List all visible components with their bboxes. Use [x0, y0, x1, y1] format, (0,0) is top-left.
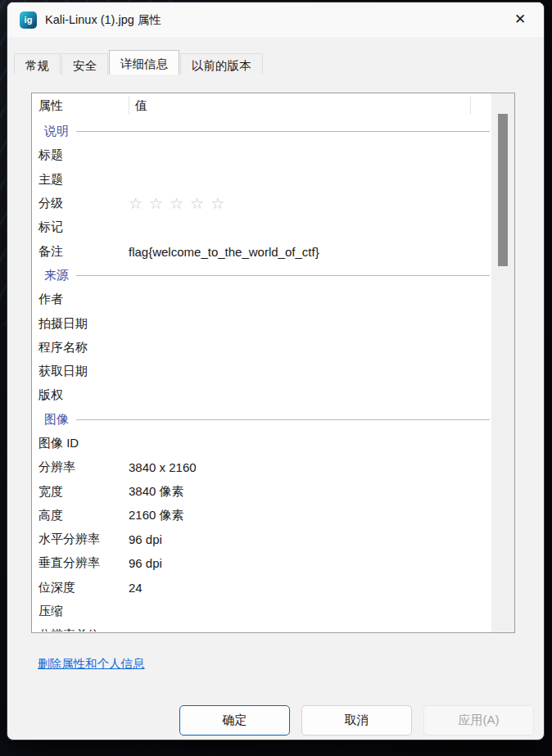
property-name: 位深度 — [32, 580, 129, 595]
vertical-scrollbar[interactable] — [491, 93, 514, 632]
column-header-value[interactable]: 值 — [135, 93, 147, 118]
property-row[interactable]: 高度2160 像素 — [32, 504, 491, 527]
property-row[interactable]: 标记 — [32, 215, 491, 239]
tab-3[interactable]: 以前的版本 — [180, 53, 263, 75]
section-divider-line — [76, 131, 490, 132]
property-name: 程序名称 — [32, 340, 129, 355]
property-row[interactable]: 水平分辨率96 dpi — [32, 527, 491, 551]
property-name: 主题 — [32, 172, 129, 188]
ok-button[interactable]: 确定 — [179, 705, 290, 736]
remove-properties-link[interactable]: 删除属性和个人信息 — [38, 656, 145, 672]
section-label: 说明 — [32, 124, 69, 139]
property-value[interactable]: 96 dpi — [129, 532, 491, 546]
property-row[interactable]: 宽度3840 像素 — [32, 479, 491, 503]
property-row[interactable]: 图像 ID — [32, 432, 491, 455]
property-value[interactable]: ☆☆☆☆☆ — [129, 196, 491, 211]
scrollbar-thumb[interactable] — [498, 114, 508, 266]
property-name: 标记 — [32, 220, 129, 235]
property-name: 获取日期 — [32, 364, 129, 379]
property-row[interactable]: 压缩 — [32, 600, 491, 623]
section-divider-line — [76, 275, 490, 276]
property-name: 分级 — [32, 196, 129, 211]
property-row[interactable]: 标题 — [32, 143, 491, 167]
property-name: 拍摄日期 — [32, 316, 129, 332]
property-name: 垂直分辨率 — [32, 555, 129, 571]
section-label: 来源 — [32, 268, 69, 283]
property-row[interactable]: 分辨率3840 x 2160 — [32, 455, 491, 479]
section-header-row: 图像 — [32, 408, 491, 432]
column-header-property[interactable]: 属性 — [38, 93, 63, 118]
section-header-row: 来源 — [32, 264, 491, 287]
property-name: 版权 — [32, 387, 129, 403]
property-name: 宽度 — [32, 484, 129, 500]
property-name: 标题 — [32, 147, 129, 163]
properties-dialog: ig Kali-Linux (1).jpg 属性 ✕ 常规安全详细信息以前的版本… — [7, 2, 545, 740]
property-value[interactable]: 3840 x 2160 — [129, 460, 491, 474]
property-value[interactable]: 2160 像素 — [129, 508, 491, 523]
rating-stars-icon[interactable]: ☆☆☆☆☆ — [129, 195, 231, 212]
dialog-buttons: 确定 取消 应用(A) — [179, 705, 534, 736]
column-divider[interactable] — [470, 97, 471, 115]
section-label: 图像 — [32, 412, 69, 428]
section-divider-line — [76, 419, 490, 420]
property-row[interactable]: 主题 — [32, 168, 491, 192]
property-row[interactable]: 版权 — [32, 383, 491, 407]
tab-1[interactable]: 安全 — [61, 53, 108, 75]
cancel-button[interactable]: 取消 — [301, 705, 412, 736]
apply-button: 应用(A) — [423, 705, 534, 736]
property-name: 作者 — [32, 292, 129, 307]
property-row[interactable]: 备注flag{welcome_to_the_world_of_ctf} — [32, 239, 491, 263]
property-name: 压缩 — [32, 604, 129, 619]
property-rows: 说明标题主题分级☆☆☆☆☆标记备注flag{welcome_to_the_wor… — [32, 120, 491, 632]
section-header-row: 说明 — [32, 120, 491, 143]
window-title: Kali-Linux (1).jpg 属性 — [45, 12, 161, 28]
property-row[interactable]: 垂直分辨率96 dpi — [32, 551, 491, 575]
titlebar: ig Kali-Linux (1).jpg 属性 ✕ — [7, 2, 544, 37]
property-name: 水平分辨率 — [32, 532, 129, 547]
close-icon[interactable]: ✕ — [504, 7, 536, 33]
tab-2-active[interactable]: 详细信息 — [109, 50, 179, 75]
desktop-background: ig Kali-Linux (1).jpg 属性 ✕ 常规安全详细信息以前的版本… — [0, 0, 552, 756]
property-name: 高度 — [32, 508, 129, 523]
app-icon: ig — [20, 11, 37, 29]
property-row[interactable]: 作者 — [32, 287, 491, 311]
property-value[interactable]: 96 dpi — [129, 556, 491, 570]
property-name: 备注 — [32, 244, 129, 260]
property-name: 图像 ID — [32, 436, 129, 451]
tab-strip: 常规安全详细信息以前的版本 — [14, 50, 264, 75]
listview-header: 属性 值 — [32, 93, 514, 118]
property-value[interactable]: flag{welcome_to_the_world_of_ctf} — [129, 245, 491, 259]
property-row[interactable]: 位深度24 — [32, 576, 491, 600]
tab-0[interactable]: 常规 — [14, 53, 61, 75]
property-row[interactable]: 拍摄日期 — [32, 311, 491, 335]
property-name: 分辨率 — [32, 459, 129, 475]
property-name: 分辨率单位 — [32, 627, 129, 632]
property-row[interactable]: 分级☆☆☆☆☆ — [32, 192, 491, 215]
property-value[interactable]: 24 — [129, 581, 491, 595]
property-row[interactable]: 获取日期 — [32, 360, 491, 383]
column-divider[interactable] — [129, 97, 129, 115]
property-row[interactable]: 程序名称 — [32, 336, 491, 360]
details-listview: 属性 值 说明标题主题分级☆☆☆☆☆标记备注flag{welcome_to_th… — [31, 93, 515, 633]
property-value[interactable]: 3840 像素 — [129, 484, 491, 500]
property-row[interactable]: 分辨率单位 — [32, 623, 491, 632]
